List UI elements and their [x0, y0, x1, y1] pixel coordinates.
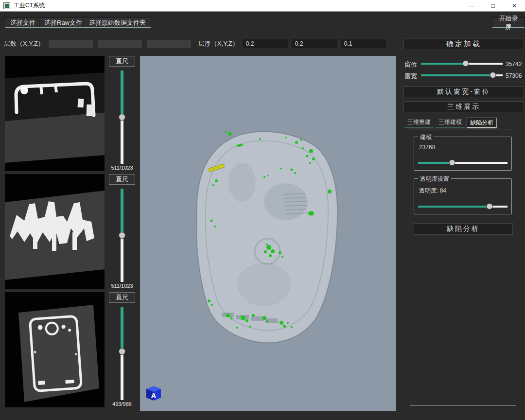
slice-1-slider-handle[interactable] — [119, 114, 125, 121]
window-width-fill[interactable] — [421, 74, 493, 76]
window-width-handle[interactable] — [490, 72, 496, 78]
modeling-handle[interactable] — [449, 159, 455, 166]
viewer-logo-icon: A — [145, 385, 162, 402]
slice-1-graphic — [5, 56, 105, 171]
layers-x-input[interactable] — [48, 39, 93, 48]
layers-z-input[interactable] — [146, 39, 192, 48]
ct-slice-image-1 — [5, 56, 105, 171]
slice-3-slider-handle[interactable] — [119, 348, 125, 355]
transparency-group-title: 透明度设置 — [418, 175, 451, 183]
window-level-value: 35742 — [506, 61, 522, 68]
thickness-label: 层厚（X,Y,Z） — [198, 39, 239, 48]
window-level-fill[interactable] — [421, 63, 466, 65]
slice-3-graphic — [5, 292, 105, 407]
window-width-value: 57306 — [506, 72, 522, 79]
slice-2-slider[interactable] — [119, 189, 125, 282]
tab-defect-analysis[interactable]: 缺陷分析 — [467, 118, 497, 128]
transparency-slider[interactable] — [418, 203, 508, 210]
window-level-label: 窗位 — [404, 60, 417, 69]
parameter-row: 层数（X,Y,Z） 层厚（X,Y,Z） — [4, 39, 386, 49]
window-title: 工业CT系统 — [14, 1, 45, 10]
app-icon — [3, 2, 10, 9]
select-file-button[interactable]: 选择文件 — [5, 18, 41, 28]
slice-2-position: 511/1023 — [108, 283, 136, 289]
slice-1-slider-fill[interactable] — [121, 70, 123, 117]
show-3d-button[interactable]: 三维展示 — [403, 101, 524, 112]
select-data-folder-button[interactable]: 选择原始数据文件夹 — [84, 18, 151, 28]
slice-3-controls: 直尺 493/986 — [108, 292, 136, 411]
window-width-label: 窗宽 — [404, 72, 417, 81]
slice-2-graphic — [5, 174, 105, 289]
ruler-button-1[interactable]: 直尺 — [109, 56, 135, 67]
ruler-button-2[interactable]: 直尺 — [109, 174, 135, 185]
thickness-x-input[interactable] — [243, 39, 288, 48]
maximize-button[interactable]: □ — [482, 0, 504, 12]
transparency-value: 透明度: 84 — [419, 187, 446, 195]
analysis-tabs: 三维重建 三维建模 缺陷分析 — [404, 118, 497, 128]
modeling-group-title: 建模 — [418, 133, 434, 141]
window-width-slider[interactable] — [421, 72, 503, 79]
tab-3d-reconstruction[interactable]: 三维重建 — [404, 118, 434, 128]
window-level-handle[interactable] — [463, 60, 469, 67]
slice-2-slider-track[interactable] — [121, 235, 123, 282]
confirm-load-button[interactable]: 确定加载 — [403, 38, 524, 50]
modeling-fill[interactable] — [418, 162, 452, 164]
thickness-y-input[interactable] — [292, 39, 337, 48]
slice-2-slider-fill[interactable] — [121, 189, 123, 235]
default-window-button[interactable]: 默认窗宽-窗位 — [403, 86, 524, 97]
slice-3-slider[interactable] — [119, 307, 125, 400]
window-level-slider[interactable] — [421, 60, 503, 67]
modeling-value: 23768 — [419, 144, 435, 151]
slice-1-slider[interactable] — [119, 70, 125, 164]
thickness-z-input[interactable] — [341, 39, 386, 48]
transparency-handle[interactable] — [487, 203, 493, 210]
title-bar: 工业CT系统 — □ ✕ — [0, 0, 525, 12]
defect-analysis-button[interactable]: 缺陷分析 — [414, 223, 513, 235]
viewport-3d[interactable]: A — [140, 56, 396, 411]
modeling-groupbox: 建模 23768 — [414, 137, 512, 171]
layers-y-input[interactable] — [97, 39, 142, 48]
scanned-object-3d — [140, 56, 396, 411]
select-raw-file-button[interactable]: 选择Raw文件 — [39, 18, 88, 28]
slice-1-position: 511/1023 — [108, 165, 136, 171]
transparency-groupbox: 透明度设置 透明度: 84 — [414, 178, 512, 214]
close-button[interactable]: ✕ — [504, 0, 525, 12]
slice-1-controls: 直尺 511/1023 — [108, 56, 136, 175]
layers-label: 层数（X,Y,Z） — [4, 39, 44, 48]
window-controls: — □ ✕ — [461, 0, 525, 12]
slice-3-position: 493/986 — [108, 401, 136, 407]
slice-3-slider-track[interactable] — [121, 351, 123, 400]
transparency-fill[interactable] — [418, 206, 490, 208]
ruler-button-3[interactable]: 直尺 — [109, 292, 135, 303]
slice-2-controls: 直尺 511/1023 — [108, 174, 136, 293]
ct-slice-image-2 — [5, 174, 105, 289]
slice-1-slider-track[interactable] — [121, 117, 123, 164]
modeling-slider[interactable] — [418, 159, 508, 166]
slice-2-slider-handle[interactable] — [119, 232, 125, 239]
minimize-button[interactable]: — — [461, 0, 482, 12]
slice-3-slider-fill[interactable] — [121, 307, 123, 351]
ct-slice-image-3 — [5, 292, 105, 407]
tab-3d-modeling[interactable]: 三维建模 — [436, 118, 465, 128]
logo-letter: A — [151, 391, 157, 400]
start-recording-button[interactable]: 开始录屏 — [492, 18, 525, 28]
